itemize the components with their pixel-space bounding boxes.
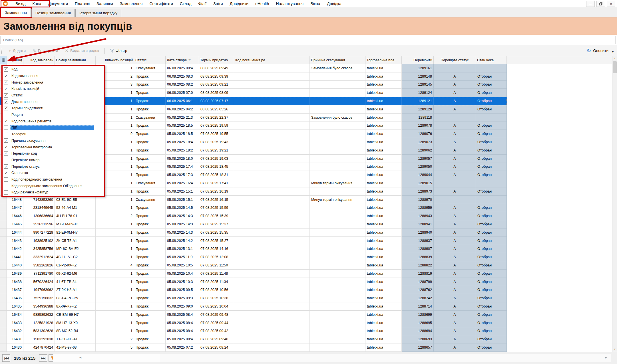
tab-Замовлення[interactable]: Замовлення (1, 8, 31, 17)
menu-item-Склад[interactable]: Склад (176, 1, 195, 6)
checkbox-checked-icon[interactable]: ✓ (4, 106, 8, 110)
column-header-Термін придатно[interactable]: Термін придатно (199, 56, 234, 64)
menu-item-Філії[interactable]: Філії (195, 1, 210, 6)
table-row[interactable]: 164367529158832С1-Р4-РС-Р51Продаж05.08.2… (0, 294, 507, 302)
table-row[interactable]: 16439871139178009-Х3-62-М61Продаж05.08.2… (0, 270, 507, 278)
column-menu-item-Стан чека[interactable]: ✓Стан чека (3, 170, 104, 176)
table-row[interactable]: 1643258313026288В-МС-52-В41Продаж05.08.2… (0, 327, 507, 335)
add-button[interactable]: + Додати (5, 45, 29, 56)
app-logo-icon[interactable] (3, 1, 8, 6)
column-header-Кількість позицій[interactable]: Кількість позицій (96, 56, 134, 64)
checkbox-checked-icon[interactable]: ✓ (4, 100, 8, 104)
column-menu-item-Дата створення[interactable]: ✓Дата створення (3, 98, 104, 105)
checkbox-checked-icon[interactable]: ✓ (4, 145, 8, 149)
table-row[interactable]: 16447231844964552-46-А4-М11Продаж05.08.2… (0, 204, 507, 212)
table-row[interactable]: 16430424787042441-М3-97-635Продаж05.08.2… (0, 343, 507, 352)
checkbox-checked-icon[interactable]: ✓ (4, 87, 8, 91)
scroll-left-icon[interactable]: ◀ (79, 356, 81, 359)
column-menu-item-Код попереднього замовлення[interactable]: Код попереднього замовлення (3, 176, 104, 183)
column-menu-item-Код[interactable]: ✓Код (3, 66, 104, 73)
checkbox-unchecked-icon[interactable] (4, 190, 8, 195)
checkbox-unchecked-icon[interactable] (4, 132, 8, 136)
menu-item-Вікна[interactable]: Вікна (307, 1, 323, 6)
checkbox-checked-icon[interactable]: ✓ (4, 80, 8, 84)
column-menu-item-Перевірте номер[interactable]: Перевірте номер (3, 157, 104, 163)
search-input[interactable] (1, 36, 616, 44)
table-row[interactable]: 16444990727722881-Е9-0М-Н71Продаж05.08.2… (0, 228, 507, 237)
menu-item-Вихід[interactable]: Вихід (12, 1, 29, 6)
checkbox-checked-icon[interactable]: ✓ (4, 151, 8, 156)
checkbox-unchecked-icon[interactable] (4, 126, 8, 130)
scroll-right-icon[interactable]: ▶ (605, 356, 607, 359)
scroll-down-icon[interactable]: ▼ (612, 347, 617, 352)
menu-item-eHealth[interactable]: eHealth (252, 1, 272, 6)
column-header-Дата створе[interactable]: Дата створе▽ (166, 56, 199, 64)
column-menu-item-Торговельна платформа[interactable]: ✓Торговельна платформа (3, 144, 104, 150)
horizontal-scrollbar-thumb[interactable] (53, 354, 160, 362)
restore-button[interactable] (596, 1, 605, 7)
column-header-Код[interactable]: Код (7, 56, 23, 64)
column-menu-item-Номер замовлення[interactable]: ✓Номер замовлення (3, 79, 104, 86)
column-header-Код замовлен[interactable]: Код замовлен (23, 56, 55, 64)
menu-item-Довідники[interactable]: Довідники (226, 1, 252, 6)
column-menu-item-Перевірити код[interactable]: ✓Перевірити код (3, 150, 104, 157)
column-menu-item-Причина скасування[interactable]: ✓Причина скасування (3, 137, 104, 144)
first-page-button[interactable]: |◀◀ (2, 354, 10, 362)
minimize-button[interactable]: – (586, 1, 595, 7)
table-row[interactable]: 164349885892632СВ-ВМ-69-Н71Продаж05.08.2… (0, 311, 507, 319)
menu-item-Платежі[interactable]: Платежі (71, 1, 93, 6)
checkbox-unchecked-icon[interactable] (4, 113, 8, 117)
chevron-down-icon[interactable]: ▼ (612, 50, 614, 53)
menu-item-Документи[interactable]: Документи (45, 1, 71, 6)
table-row[interactable]: 1644319389251022К-С5-Т5-А11Продаж05.08.2… (0, 237, 507, 245)
column-menu-item-Перевірте статус[interactable]: ✓Перевірте статус (3, 163, 104, 170)
menu-item-Налаштування[interactable]: Налаштування (272, 1, 307, 6)
table-row[interactable]: 164423425858756МР-6С-ВА-Е21Продаж05.08.2… (0, 245, 507, 253)
menu-item-Сертифікати[interactable]: Сертифікати (146, 1, 176, 6)
checkbox-unchecked-icon[interactable] (4, 184, 8, 188)
menu-item-Замовлення[interactable]: Замовлення (116, 1, 146, 6)
checkbox-checked-icon[interactable]: ✓ (4, 74, 8, 78)
column-menu-item-Термін придатності[interactable]: ✓Термін придатності (3, 105, 104, 112)
scroll-up-icon[interactable]: ▲ (612, 56, 617, 61)
column-menu-item-Код попереднього замовлення Об'єднання[interactable]: Код попереднього замовлення Об'єднання (3, 183, 104, 189)
checkbox-unchecked-icon[interactable] (4, 158, 8, 162)
column-menu-item-Статус[interactable]: ✓Статус (3, 92, 104, 99)
horizontal-scrollbar[interactable]: ◀ ▶ (53, 354, 611, 362)
checkbox-unchecked-icon[interactable] (4, 177, 8, 182)
column-header-Перевірте статус[interactable]: Перевірте статус (434, 56, 476, 64)
vertical-scrollbar-thumb[interactable] (613, 61, 617, 73)
table-row[interactable]: 1644133329126244В-1Н-А1-С21Продаж05.08.2… (0, 253, 507, 261)
menu-item-Довідка[interactable]: Довідка (323, 1, 345, 6)
column-menu-item-Код погашення рецептів[interactable]: ✓Код погашення рецептів (3, 118, 104, 125)
table-row[interactable]: 164452526213596МХ-ЕМ-89-Х11Продаж05.08.2… (0, 220, 507, 228)
column-header-Стан чека[interactable]: Стан чека (476, 56, 507, 64)
checkbox-checked-icon[interactable]: ✓ (4, 67, 8, 72)
filter-button[interactable]: Фільтр (106, 45, 131, 56)
edit-button[interactable]: ✎ Редагувати (29, 45, 61, 56)
vertical-scrollbar[interactable]: ▲ ▼ (612, 56, 617, 352)
delete-row-button[interactable]: ✕ Видалити рядок (61, 45, 102, 56)
menu-item-Звіти[interactable]: Звіти (210, 1, 226, 6)
column-menu-item-Телефон[interactable]: Телефон (3, 131, 104, 137)
column-chooser-button[interactable] (0, 56, 7, 64)
column-header-Статус[interactable]: Статус (134, 56, 166, 64)
column-header-Номер замовленн[interactable]: Номер замовленн (55, 56, 96, 64)
column-menu-item-Кількість позицій[interactable]: ✓Кількість позицій (3, 86, 104, 92)
table-row[interactable]: 1643312258219288М-Н7-13-Х01Продаж05.08.2… (0, 319, 507, 327)
column-menu-item-Рецепт[interactable]: Рецепт (3, 112, 104, 118)
table-row[interactable]: 16438567022642441-6Т-ТВ-841Продаж05.08.2… (0, 278, 507, 286)
checkbox-checked-icon[interactable]: ✓ (4, 93, 8, 98)
table-row[interactable]: 16440358226282661-Р2-9Х-К24Продаж05.08.2… (0, 261, 507, 270)
table-row[interactable]: 164311583292838Т1-СВ-КН-412Продаж05.08.2… (0, 335, 507, 343)
column-header-Торговельна пла[interactable]: Торговельна пла (365, 56, 402, 64)
tab-Позиції замовлення[interactable]: Позиції замовлення (31, 9, 75, 17)
menu-item-Каса[interactable]: Каса (29, 1, 45, 6)
column-menu-item-ПІБ[interactable]: ПІБ (3, 124, 104, 131)
checkbox-checked-icon[interactable]: ✓ (4, 119, 8, 123)
column-header-Причина скасування[interactable]: Причина скасування (310, 56, 365, 64)
column-menu-item-Код замовлення[interactable]: ✓Код замовлення (3, 73, 104, 79)
column-header-Код погашення ре[interactable]: Код погашення ре (234, 56, 310, 64)
tab-Історія зміни порядку[interactable]: Історія зміни порядку (75, 9, 121, 17)
last-page-button[interactable]: ▶▶| (39, 354, 47, 362)
